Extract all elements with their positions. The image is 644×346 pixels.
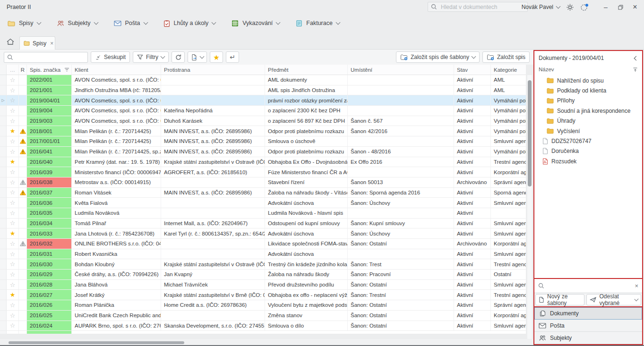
header-umisteni[interactable]: Umístění (348, 65, 454, 75)
favorite-star[interactable]: ☆ (7, 259, 19, 269)
new-case-template-button[interactable]: Založit spis dle šablony (396, 51, 480, 63)
settings-gear-icon[interactable] (566, 3, 574, 11)
sync-status-icon[interactable] (580, 3, 589, 11)
menu-item-fakturace[interactable]: Fakturace (296, 20, 340, 27)
table-row[interactable]: ☆2016/041Milan Pelikán (r. č.: 720714425… (0, 147, 526, 157)
new-case-button[interactable]: Založit spis (482, 51, 530, 63)
tree-item-folder[interactable]: Soudní a jiná korespondence (534, 106, 642, 116)
table-row[interactable]: ☆2016/030Bohdan KloubnýKrajské státní za… (0, 259, 526, 270)
table-row[interactable]: ☆2016/024AUPARK Brno, spol. s r.o. (IČO:… (0, 321, 526, 331)
clear-search-icon[interactable]: × (635, 282, 638, 289)
header-spis-znacka[interactable]: Spis. značka (27, 65, 72, 75)
tree-item-folder[interactable]: Nahlížení do spisu (534, 76, 642, 85)
table-row[interactable]: ☆2016/032ONLINE BROTHERS s.r.o. (IČO: 04… (0, 239, 526, 249)
favorite-star[interactable]: ☆ (7, 270, 19, 279)
favorite-star[interactable]: ☆ (7, 177, 19, 187)
favorite-star[interactable]: ★ (7, 290, 19, 300)
favorite-star[interactable]: ★ (7, 157, 19, 167)
table-row[interactable]: ☆2016/036Květa FialováAdvokátní úschovaŠ… (0, 198, 526, 208)
favorite-star[interactable]: ☆ (7, 239, 19, 249)
header-stav[interactable]: Stav (454, 65, 491, 75)
table-row[interactable]: ☆2016/039Ministerstvo financí (IČO: 0000… (0, 167, 526, 177)
header-klient[interactable]: Klient (72, 65, 161, 75)
table-row[interactable]: ☆2016/029České dráhy, a.s. (IČO: 7099422… (0, 270, 526, 280)
table-row[interactable]: ☆2016/031Robert KvasničkaAdvokátní úscho… (0, 249, 526, 260)
filter-active-icon[interactable] (64, 68, 69, 72)
panel-search-input[interactable] (547, 282, 632, 290)
favorite-star[interactable]: ☆ (7, 147, 19, 157)
table-row[interactable]: ☆2017/001/01Milan Pelikán (r. č.: 720714… (0, 136, 526, 147)
favorite-star[interactable]: ☆ (7, 280, 19, 290)
tab-spisy[interactable]: Spisy × (19, 36, 55, 50)
horizontal-scrollbar-thumb[interactable] (9, 341, 184, 344)
favorite-star[interactable]: ☆ (7, 311, 19, 321)
header-r[interactable]: R (19, 65, 27, 75)
tree-item-doc[interactable]: DDZ527026747 (534, 136, 642, 146)
favorite-star[interactable]: ☆ (7, 95, 19, 105)
send-selected-button[interactable]: Odeslat vybrané (586, 294, 641, 305)
table-search[interactable] (4, 52, 88, 63)
favorite-star[interactable]: ☆ (7, 208, 19, 218)
table-row[interactable]: ▷☆2019/004/01AVON Cosmetics, spol. s r.o… (0, 95, 526, 106)
table-row[interactable]: ★2016/033Jana Lhotová (r. č.: 7854236708… (0, 228, 526, 239)
favorite-star[interactable]: ☆ (7, 75, 19, 85)
user-menu[interactable]: Novák Pavel (522, 4, 560, 10)
panel-search[interactable]: × (534, 279, 642, 293)
global-search-input[interactable] (440, 3, 524, 11)
menu-item-posta[interactable]: Pošta (114, 20, 147, 26)
favorite-star[interactable]: ☆ (7, 167, 19, 177)
table-row[interactable]: ★2018/001Milan Pelikán (r. č.: 720714425… (0, 126, 526, 136)
group-button[interactable]: Seskupit (91, 51, 130, 63)
table-row[interactable]: ☆2016/034Tomáš PilnařInternet Mall, a.s.… (0, 219, 526, 229)
favorite-star[interactable]: ☆ (7, 249, 19, 259)
section-tab-dokumenty[interactable]: Dokumenty (534, 307, 642, 320)
favorite-star[interactable]: ☆ (7, 188, 19, 198)
favorites-filter-button[interactable]: ★ (210, 51, 223, 63)
refresh-button[interactable] (172, 51, 185, 63)
section-tab-subjekty[interactable]: Subjekty (534, 332, 642, 344)
tree-item-doc[interactable]: Doručenka (534, 146, 642, 156)
close-button[interactable]: × (631, 3, 639, 11)
table-row[interactable]: ☆2019/003AVON Cosmetics, spol. s r.o. (I… (0, 116, 526, 127)
tree-item-folder[interactable]: Přílohy (534, 96, 642, 106)
table-row[interactable]: ☆2016/025UniCredit Bank Czech Republic a… (0, 311, 526, 321)
tree-item-pdf[interactable]: Rozsudek (534, 156, 642, 166)
menu-item-spisy[interactable]: Spisy (8, 20, 41, 26)
favorite-star[interactable]: ☆ (7, 321, 19, 331)
table-row[interactable]: ☆2022/001AVON Cosmetics, spol. s r.o. (I… (0, 75, 526, 85)
header-predmet[interactable]: Předmět (265, 65, 348, 75)
tab-close-icon[interactable]: × (50, 40, 53, 47)
table-row[interactable]: ★2016/027Josef KrátkýKrajské státní zast… (0, 290, 526, 300)
favorite-star[interactable]: ☆ (7, 219, 19, 228)
table-row[interactable]: ☆2016/028Jana BláhováMichael TrávníčekPř… (0, 280, 526, 290)
table-row[interactable]: ☆2016/026Roman PláničkaHome Credit a.s. … (0, 300, 526, 311)
section-tab-posta[interactable]: Pošta (534, 320, 642, 332)
header-protistrana[interactable]: Protistrana (161, 65, 265, 75)
header-kategorie[interactable]: Kategorie (491, 65, 526, 75)
sort-icon[interactable] (633, 67, 638, 72)
table-row[interactable]: ☆2016/035Ludmila NovákováLudmila Novákov… (0, 208, 526, 219)
new-from-template-button[interactable]: Nový ze šablony (535, 294, 584, 305)
table-row[interactable]: ☆2016/038Metrostav a.s. (IČO: 00014915)S… (0, 177, 526, 188)
favorite-star[interactable]: ★ (7, 228, 19, 238)
header-favorite[interactable]: ... (7, 65, 19, 75)
favorite-star[interactable]: ☆ (7, 116, 19, 126)
panel-column-header[interactable]: Název (534, 64, 642, 75)
favorite-star[interactable]: ☆ (7, 198, 19, 208)
tree-item-folder[interactable]: Podklady od klienta (534, 85, 642, 95)
vertical-scrollbar-thumb[interactable] (528, 80, 532, 186)
favorite-star[interactable]: ☆ (7, 106, 19, 116)
new-document-button[interactable] (188, 51, 207, 63)
menu-item-vykazovani[interactable]: Vykazování (232, 20, 280, 27)
favorite-star[interactable]: ☆ (7, 136, 19, 146)
menu-item-subjekty[interactable]: Subjekty (57, 20, 98, 27)
global-search[interactable] (428, 2, 528, 12)
enter-button[interactable]: ↵ (226, 51, 239, 63)
menu-item-lhuty-a-ukoly[interactable]: Lhůty a úkoly (163, 20, 216, 27)
table-search-input[interactable] (16, 53, 85, 61)
filters-button[interactable]: Filtry (133, 51, 169, 63)
favorite-star[interactable]: ★ (7, 126, 19, 136)
table-row[interactable]: ☆2021/001Jindřich Ostružina MBA (rč: 781… (0, 85, 526, 96)
tree-item-folder[interactable]: Úhrady (534, 116, 642, 126)
maximize-button[interactable] (616, 5, 625, 10)
